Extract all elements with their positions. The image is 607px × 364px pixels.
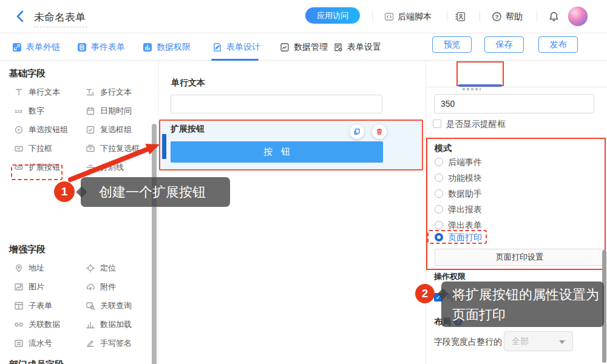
radio-popup-form[interactable] bbox=[435, 221, 443, 229]
tab-form-design[interactable]: 表单设计 bbox=[212, 38, 260, 57]
code-icon bbox=[384, 12, 394, 22]
backend-script-button[interactable]: 后端脚本 bbox=[384, 0, 432, 33]
notifications-button[interactable] bbox=[548, 0, 560, 33]
field-multi-select[interactable]: 下拉复选框 bbox=[86, 139, 154, 158]
field-checkbox-group[interactable]: 复选框组 bbox=[86, 120, 154, 139]
divider bbox=[372, 12, 373, 21]
field-attachment[interactable]: 附件 bbox=[86, 277, 154, 296]
multi-line-text-icon bbox=[86, 87, 95, 97]
field-width-select[interactable]: 全部 bbox=[504, 331, 573, 351]
image-icon bbox=[14, 282, 24, 292]
field-data-load[interactable]: 数据加载 bbox=[86, 315, 154, 334]
trash-icon bbox=[375, 127, 384, 136]
radio-group-icon bbox=[14, 125, 24, 135]
select-icon bbox=[14, 144, 24, 153]
mode-section-title: 模式 bbox=[435, 143, 452, 154]
data-management-icon bbox=[280, 42, 290, 52]
radio-label[interactable]: 弹出表单 bbox=[448, 220, 482, 231]
number-icon: 123 bbox=[14, 106, 24, 116]
reminder-checkbox-label: 是否显示提醒框 bbox=[446, 119, 506, 130]
radio-label[interactable]: 弹出报表 bbox=[448, 204, 482, 215]
divider-line-icon bbox=[86, 163, 95, 172]
extension-button-icon bbox=[14, 163, 24, 172]
field-locate[interactable]: 定位 bbox=[86, 258, 154, 277]
section-basic-fields: 基础字段 单行文本 多行文本 123数字 日期时间 单选按钮组 复选框组 下拉框… bbox=[0, 68, 152, 177]
link-query-icon bbox=[86, 301, 95, 311]
field-address[interactable]: 地址 bbox=[14, 258, 86, 277]
contacts-icon bbox=[455, 11, 466, 22]
single-line-text-field-input[interactable] bbox=[171, 95, 382, 113]
button-width-input[interactable] bbox=[434, 94, 594, 113]
field-image[interactable]: 图片 bbox=[14, 277, 86, 296]
svg-text:?: ? bbox=[495, 14, 499, 20]
save-button[interactable]: 保存 bbox=[484, 36, 524, 53]
step-1-tooltip: 创建一个扩展按钮 bbox=[81, 177, 230, 207]
multi-select-icon bbox=[86, 144, 95, 153]
back-button[interactable] bbox=[15, 10, 27, 23]
field-multi-line-text[interactable]: 多行文本 bbox=[86, 83, 154, 101]
panel-tabs-border bbox=[427, 87, 607, 87]
field-width-label: 字段宽度占整行的 bbox=[434, 337, 502, 348]
sidebar-scrollbar[interactable] bbox=[152, 124, 157, 364]
attachment-icon bbox=[86, 282, 95, 292]
field-number[interactable]: 123数字 bbox=[14, 101, 86, 120]
copy-field-button[interactable] bbox=[350, 124, 364, 139]
field-divider-line[interactable]: 分割线 bbox=[86, 158, 154, 177]
contacts-button[interactable] bbox=[455, 0, 466, 33]
radio-backend-event[interactable] bbox=[435, 158, 443, 166]
tab-data-permission[interactable]: 数据权限 bbox=[143, 38, 191, 57]
data-load-icon bbox=[86, 320, 95, 329]
tab-form-settings[interactable]: 表单设置 bbox=[333, 38, 381, 57]
serial-number-icon bbox=[14, 339, 24, 348]
radio-label[interactable]: 功能模块 bbox=[448, 173, 482, 184]
field-link-query[interactable]: 关联查询 bbox=[86, 296, 154, 315]
top-bar: 未命名表单 应用访问 后端脚本 ? 帮助 bbox=[0, 0, 607, 33]
field-link-data[interactable]: 关联数据 bbox=[14, 315, 86, 334]
delete-field-button[interactable] bbox=[372, 124, 387, 139]
page-print-settings-button[interactable]: 页面打印设置 bbox=[435, 249, 605, 266]
radio-function-module[interactable] bbox=[435, 174, 443, 182]
tab-label: 表单设计 bbox=[226, 42, 260, 53]
user-avatar[interactable] bbox=[568, 7, 588, 26]
step-2-badge: 2 bbox=[415, 284, 435, 303]
help-button[interactable]: ? 帮助 bbox=[492, 0, 523, 33]
tab-event-form[interactable]: 事件表单 bbox=[77, 38, 125, 57]
tab-form-external-link[interactable]: 表单外链 bbox=[12, 38, 60, 57]
field-select[interactable]: 下拉框 bbox=[14, 139, 86, 158]
preview-button[interactable]: 预览 bbox=[432, 36, 472, 53]
tab-data-management[interactable]: 数据管理 bbox=[280, 38, 328, 57]
field-library-sidebar: 基础字段 单行文本 多行文本 123数字 日期时间 单选按钮组 复选框组 下拉框… bbox=[0, 61, 158, 364]
field-datetime[interactable]: 日期时间 bbox=[86, 101, 154, 120]
app-access-button[interactable]: 应用访问 bbox=[305, 7, 360, 24]
datetime-icon bbox=[86, 106, 95, 116]
help-label: 帮助 bbox=[506, 12, 523, 22]
tab-label: 数据权限 bbox=[157, 42, 191, 53]
radio-label[interactable]: 后端事件 bbox=[448, 157, 482, 168]
field-serial-number[interactable]: 流水号 bbox=[14, 334, 86, 352]
field-subform[interactable]: 子表单 bbox=[14, 296, 86, 315]
locate-icon bbox=[86, 263, 95, 273]
field-radio-group[interactable]: 单选按钮组 bbox=[14, 120, 86, 139]
radio-page-print[interactable] bbox=[435, 233, 443, 241]
backend-script-label: 后端脚本 bbox=[398, 12, 432, 22]
chevron-left-icon bbox=[15, 10, 25, 23]
extension-button-preview[interactable]: 按钮 bbox=[171, 141, 383, 163]
field-extension-button[interactable]: 扩展按钮 bbox=[14, 158, 86, 177]
field-signature[interactable]: 手写签名 bbox=[86, 334, 154, 352]
publish-button[interactable]: 发布 bbox=[538, 36, 578, 53]
step-1-badge: 1 bbox=[54, 181, 75, 202]
tab-label: 表单设置 bbox=[347, 42, 381, 53]
reminder-checkbox[interactable] bbox=[433, 120, 441, 128]
field-width-value: 全部 bbox=[512, 336, 529, 346]
field-single-line-text[interactable]: 单行文本 bbox=[14, 83, 86, 101]
bell-icon bbox=[548, 11, 560, 22]
radio-label-selected[interactable]: 页面打印 bbox=[448, 232, 482, 243]
radio-label[interactable]: 数据助手 bbox=[448, 189, 482, 200]
divider bbox=[447, 12, 447, 21]
form-title[interactable]: 未命名表单 bbox=[34, 10, 87, 27]
tab-label: 事件表单 bbox=[91, 42, 125, 53]
data-permission-icon bbox=[143, 42, 152, 52]
radio-data-assistant[interactable] bbox=[435, 189, 443, 198]
divider bbox=[537, 12, 537, 21]
radio-popup-report[interactable] bbox=[435, 205, 443, 214]
